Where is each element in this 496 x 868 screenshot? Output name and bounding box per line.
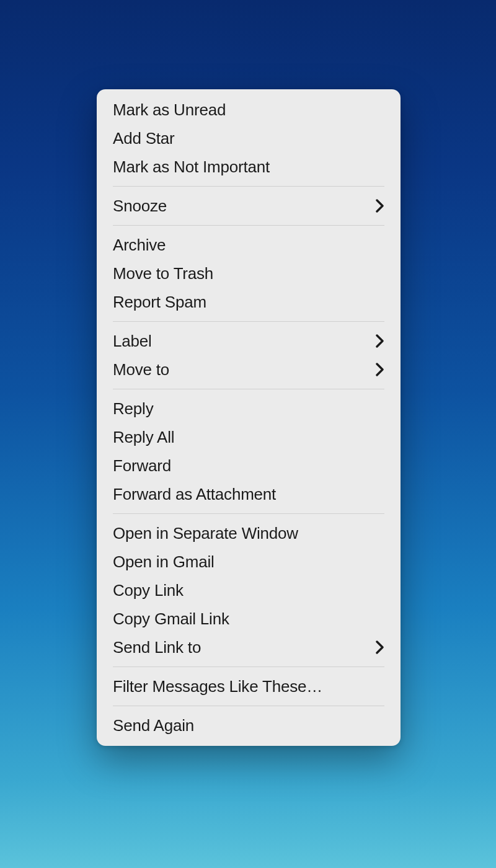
menu-item-label: Open in Separate Window	[113, 524, 384, 543]
menu-separator	[113, 225, 384, 226]
menu-group: Filter Messages Like These…	[97, 672, 401, 701]
menu-item-filter-messages-like-these[interactable]: Filter Messages Like These…	[113, 672, 384, 701]
menu-separator	[113, 666, 384, 667]
menu-separator	[113, 513, 384, 514]
menu-group: Label Move to	[97, 327, 401, 384]
menu-item-label[interactable]: Label	[113, 327, 384, 355]
menu-item-label: Copy Link	[113, 581, 384, 600]
menu-item-label-text: Label	[113, 332, 376, 351]
menu-item-label: Filter Messages Like These…	[113, 677, 384, 696]
menu-item-label: Snooze	[113, 197, 376, 216]
menu-separator	[113, 186, 384, 187]
menu-item-archive[interactable]: Archive	[113, 231, 384, 259]
menu-item-label: Add Star	[113, 129, 384, 148]
menu-item-add-star[interactable]: Add Star	[113, 124, 384, 153]
menu-item-send-link-to[interactable]: Send Link to	[113, 633, 384, 662]
menu-item-report-spam[interactable]: Report Spam	[113, 288, 384, 316]
menu-item-reply-all[interactable]: Reply All	[113, 423, 384, 451]
menu-group: Mark as Unread Add Star Mark as Not Impo…	[97, 95, 401, 181]
menu-item-label: Archive	[113, 236, 384, 255]
menu-item-forward[interactable]: Forward	[113, 451, 384, 480]
menu-group: Reply Reply All Forward Forward as Attac…	[97, 394, 401, 508]
menu-item-label: Mark as Unread	[113, 100, 384, 120]
menu-item-label: Reply All	[113, 428, 384, 447]
menu-item-mark-as-not-important[interactable]: Mark as Not Important	[113, 153, 384, 181]
menu-item-label: Forward as Attachment	[113, 485, 384, 504]
menu-group: Archive Move to Trash Report Spam	[97, 231, 401, 316]
menu-item-copy-gmail-link[interactable]: Copy Gmail Link	[113, 604, 384, 633]
menu-item-open-in-separate-window[interactable]: Open in Separate Window	[113, 519, 384, 547]
menu-item-move-to-trash[interactable]: Move to Trash	[113, 259, 384, 288]
menu-item-snooze[interactable]: Snooze	[113, 192, 384, 220]
menu-item-copy-link[interactable]: Copy Link	[113, 576, 384, 604]
chevron-right-icon	[376, 363, 384, 376]
menu-item-send-again[interactable]: Send Again	[113, 711, 384, 740]
menu-separator	[113, 706, 384, 706]
menu-item-forward-as-attachment[interactable]: Forward as Attachment	[113, 480, 384, 508]
menu-item-label: Reply	[113, 399, 384, 418]
menu-item-open-in-gmail[interactable]: Open in Gmail	[113, 547, 384, 576]
menu-item-label: Open in Gmail	[113, 552, 384, 572]
menu-item-label: Copy Gmail Link	[113, 609, 384, 629]
menu-group: Send Again	[97, 711, 401, 740]
menu-group: Open in Separate Window Open in Gmail Co…	[97, 519, 401, 662]
menu-separator	[113, 389, 384, 389]
menu-item-mark-as-unread[interactable]: Mark as Unread	[113, 95, 384, 124]
menu-item-reply[interactable]: Reply	[113, 394, 384, 423]
menu-item-label: Send Link to	[113, 638, 376, 657]
menu-item-label: Forward	[113, 456, 384, 476]
chevron-right-icon	[376, 640, 384, 654]
menu-item-label: Send Again	[113, 716, 384, 735]
menu-item-label: Report Spam	[113, 293, 384, 312]
chevron-right-icon	[376, 199, 384, 213]
menu-item-label: Mark as Not Important	[113, 157, 384, 177]
menu-group: Snooze	[97, 192, 401, 220]
menu-item-label: Move to Trash	[113, 264, 384, 283]
menu-separator	[113, 321, 384, 322]
menu-item-label: Move to	[113, 360, 376, 379]
chevron-right-icon	[376, 334, 384, 348]
menu-item-move-to[interactable]: Move to	[113, 355, 384, 384]
context-menu: Mark as Unread Add Star Mark as Not Impo…	[97, 89, 401, 746]
